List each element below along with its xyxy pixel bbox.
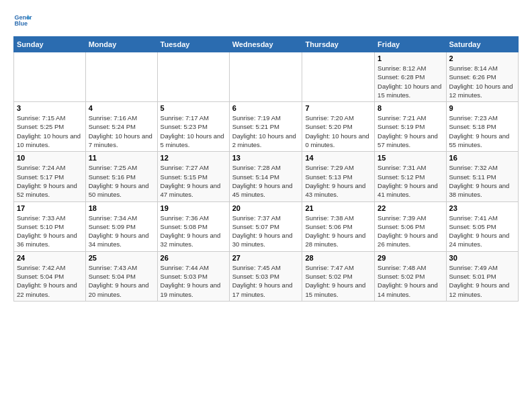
day-number: 12 xyxy=(161,154,226,162)
day-number: 6 xyxy=(232,104,300,112)
day-number: 8 xyxy=(378,104,443,112)
day-number: 24 xyxy=(17,254,83,262)
day-number: 13 xyxy=(232,154,300,162)
calendar-day-cell: 15Sunrise: 7:31 AM Sunset: 5:12 PM Dayli… xyxy=(375,152,446,201)
calendar-day-cell xyxy=(85,52,157,102)
calendar-day-cell: 8Sunrise: 7:21 AM Sunset: 5:19 PM Daylig… xyxy=(375,102,446,152)
calendar-day-cell: 4Sunrise: 7:16 AM Sunset: 5:24 PM Daylig… xyxy=(85,102,157,152)
day-info: Sunrise: 7:24 AM Sunset: 5:17 PM Dayligh… xyxy=(17,163,83,199)
calendar-day-cell: 19Sunrise: 7:36 AM Sunset: 5:08 PM Dayli… xyxy=(157,201,229,251)
day-number: 5 xyxy=(161,104,226,112)
day-of-week-header: Sunday xyxy=(14,37,86,52)
day-number: 2 xyxy=(449,54,515,62)
day-number: 15 xyxy=(378,154,443,162)
day-info: Sunrise: 7:43 AM Sunset: 5:04 PM Dayligh… xyxy=(89,263,154,299)
calendar-day-cell: 12Sunrise: 7:27 AM Sunset: 5:15 PM Dayli… xyxy=(157,152,229,201)
day-number: 18 xyxy=(89,204,154,212)
day-info: Sunrise: 7:36 AM Sunset: 5:08 PM Dayligh… xyxy=(161,214,226,249)
day-info: Sunrise: 7:34 AM Sunset: 5:09 PM Dayligh… xyxy=(89,214,154,249)
day-number: 17 xyxy=(17,204,83,212)
calendar-week-row: 17Sunrise: 7:33 AM Sunset: 5:10 PM Dayli… xyxy=(14,201,519,251)
calendar-day-cell: 25Sunrise: 7:43 AM Sunset: 5:04 PM Dayli… xyxy=(85,251,157,301)
calendar-week-row: 1Sunrise: 8:12 AM Sunset: 6:28 PM Daylig… xyxy=(14,52,519,102)
day-info: Sunrise: 7:37 AM Sunset: 5:07 PM Dayligh… xyxy=(232,214,300,249)
calendar-day-cell: 18Sunrise: 7:34 AM Sunset: 5:09 PM Dayli… xyxy=(85,201,157,251)
day-info: Sunrise: 7:47 AM Sunset: 5:02 PM Dayligh… xyxy=(305,263,371,299)
day-number: 19 xyxy=(161,204,226,212)
day-number: 10 xyxy=(17,154,83,162)
day-of-week-header: Thursday xyxy=(302,37,375,52)
day-info: Sunrise: 7:19 AM Sunset: 5:21 PM Dayligh… xyxy=(232,113,300,149)
calendar-day-cell: 3Sunrise: 7:15 AM Sunset: 5:25 PM Daylig… xyxy=(14,102,86,152)
calendar-day-cell: 1Sunrise: 8:12 AM Sunset: 6:28 PM Daylig… xyxy=(375,52,446,102)
day-number: 14 xyxy=(305,154,371,162)
day-info: Sunrise: 7:49 AM Sunset: 5:01 PM Dayligh… xyxy=(449,263,515,299)
day-info: Sunrise: 7:25 AM Sunset: 5:16 PM Dayligh… xyxy=(89,163,154,199)
day-info: Sunrise: 7:42 AM Sunset: 5:04 PM Dayligh… xyxy=(17,263,83,299)
calendar-day-cell: 26Sunrise: 7:44 AM Sunset: 5:03 PM Dayli… xyxy=(157,251,229,301)
day-info: Sunrise: 7:45 AM Sunset: 5:03 PM Dayligh… xyxy=(232,263,300,299)
calendar-day-cell: 17Sunrise: 7:33 AM Sunset: 5:10 PM Dayli… xyxy=(14,201,86,251)
day-of-week-header: Saturday xyxy=(446,37,518,52)
day-info: Sunrise: 7:32 AM Sunset: 5:11 PM Dayligh… xyxy=(449,163,515,199)
day-info: Sunrise: 7:28 AM Sunset: 5:14 PM Dayligh… xyxy=(232,163,300,199)
day-number: 1 xyxy=(378,54,443,62)
calendar-week-row: 3Sunrise: 7:15 AM Sunset: 5:25 PM Daylig… xyxy=(14,102,519,152)
day-number: 16 xyxy=(449,154,515,162)
calendar-day-cell xyxy=(157,52,229,102)
calendar-day-cell: 27Sunrise: 7:45 AM Sunset: 5:03 PM Dayli… xyxy=(229,251,302,301)
calendar-table: SundayMondayTuesdayWednesdayThursdayFrid… xyxy=(13,36,519,302)
day-info: Sunrise: 7:15 AM Sunset: 5:25 PM Dayligh… xyxy=(17,113,83,149)
day-number: 29 xyxy=(378,254,443,262)
day-number: 26 xyxy=(161,254,226,262)
calendar-day-cell: 5Sunrise: 7:17 AM Sunset: 5:23 PM Daylig… xyxy=(157,102,229,152)
calendar-day-cell xyxy=(14,52,86,102)
header: General Blue xyxy=(13,11,519,30)
day-info: Sunrise: 7:41 AM Sunset: 5:05 PM Dayligh… xyxy=(449,214,515,249)
day-info: Sunrise: 7:29 AM Sunset: 5:13 PM Dayligh… xyxy=(305,163,371,199)
calendar-week-row: 10Sunrise: 7:24 AM Sunset: 5:17 PM Dayli… xyxy=(14,152,519,201)
day-info: Sunrise: 7:39 AM Sunset: 5:06 PM Dayligh… xyxy=(378,214,443,249)
day-number: 4 xyxy=(89,104,154,112)
calendar-day-cell xyxy=(229,52,302,102)
day-of-week-header: Monday xyxy=(85,37,157,52)
calendar-day-cell: 20Sunrise: 7:37 AM Sunset: 5:07 PM Dayli… xyxy=(229,201,302,251)
logo-icon: General Blue xyxy=(13,11,32,30)
day-number: 30 xyxy=(449,254,515,262)
calendar-day-cell: 11Sunrise: 7:25 AM Sunset: 5:16 PM Dayli… xyxy=(85,152,157,201)
day-number: 11 xyxy=(89,154,154,162)
day-info: Sunrise: 7:20 AM Sunset: 5:20 PM Dayligh… xyxy=(305,113,371,149)
day-info: Sunrise: 7:33 AM Sunset: 5:10 PM Dayligh… xyxy=(17,214,83,249)
day-info: Sunrise: 7:16 AM Sunset: 5:24 PM Dayligh… xyxy=(89,113,154,149)
day-info: Sunrise: 7:17 AM Sunset: 5:23 PM Dayligh… xyxy=(161,113,226,149)
calendar-week-row: 24Sunrise: 7:42 AM Sunset: 5:04 PM Dayli… xyxy=(14,251,519,301)
day-info: Sunrise: 7:44 AM Sunset: 5:03 PM Dayligh… xyxy=(161,263,226,299)
day-info: Sunrise: 8:12 AM Sunset: 6:28 PM Dayligh… xyxy=(378,64,443,99)
day-number: 23 xyxy=(449,204,515,212)
calendar-day-cell: 2Sunrise: 8:14 AM Sunset: 6:26 PM Daylig… xyxy=(446,52,518,102)
calendar-day-cell: 28Sunrise: 7:47 AM Sunset: 5:02 PM Dayli… xyxy=(302,251,375,301)
day-info: Sunrise: 7:23 AM Sunset: 5:18 PM Dayligh… xyxy=(449,113,515,149)
calendar-day-cell: 16Sunrise: 7:32 AM Sunset: 5:11 PM Dayli… xyxy=(446,152,518,201)
calendar-day-cell: 7Sunrise: 7:20 AM Sunset: 5:20 PM Daylig… xyxy=(302,102,375,152)
page: General Blue SundayMondayTuesdayWednesda… xyxy=(0,0,532,308)
day-number: 25 xyxy=(89,254,154,262)
calendar-day-cell: 21Sunrise: 7:38 AM Sunset: 5:06 PM Dayli… xyxy=(302,201,375,251)
day-info: Sunrise: 8:14 AM Sunset: 6:26 PM Dayligh… xyxy=(449,64,515,99)
day-info: Sunrise: 7:21 AM Sunset: 5:19 PM Dayligh… xyxy=(378,113,443,149)
day-info: Sunrise: 7:27 AM Sunset: 5:15 PM Dayligh… xyxy=(161,163,226,199)
svg-text:Blue: Blue xyxy=(14,20,28,27)
day-info: Sunrise: 7:48 AM Sunset: 5:02 PM Dayligh… xyxy=(378,263,443,299)
day-number: 21 xyxy=(305,204,371,212)
day-info: Sunrise: 7:31 AM Sunset: 5:12 PM Dayligh… xyxy=(378,163,443,199)
day-number: 22 xyxy=(378,204,443,212)
calendar-day-cell: 22Sunrise: 7:39 AM Sunset: 5:06 PM Dayli… xyxy=(375,201,446,251)
calendar-day-cell: 13Sunrise: 7:28 AM Sunset: 5:14 PM Dayli… xyxy=(229,152,302,201)
calendar-day-cell: 23Sunrise: 7:41 AM Sunset: 5:05 PM Dayli… xyxy=(446,201,518,251)
day-of-week-header: Wednesday xyxy=(229,37,302,52)
day-number: 7 xyxy=(305,104,371,112)
day-info: Sunrise: 7:38 AM Sunset: 5:06 PM Dayligh… xyxy=(305,214,371,249)
day-of-week-header: Tuesday xyxy=(157,37,229,52)
calendar-day-cell xyxy=(302,52,375,102)
day-number: 3 xyxy=(17,104,83,112)
